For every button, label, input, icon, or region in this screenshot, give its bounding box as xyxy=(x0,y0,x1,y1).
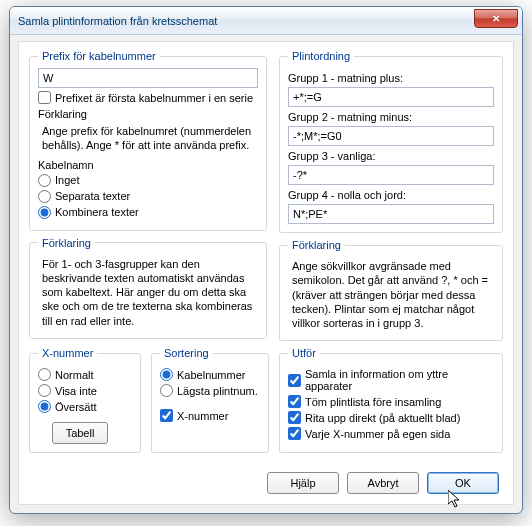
perform-ownpage-label: Varje X-nummer på egen sida xyxy=(305,428,450,440)
xnumber-normal[interactable]: Normalt xyxy=(38,368,132,381)
perform-legend: Utför xyxy=(288,347,320,359)
left-explain-legend: Förklaring xyxy=(38,237,95,249)
right-explain-legend: Förklaring xyxy=(288,239,345,251)
prefix-first-checkbox-input[interactable] xyxy=(38,91,51,104)
close-button[interactable]: ✕ xyxy=(474,9,518,28)
sort-xnumber-checkbox-input[interactable] xyxy=(160,409,173,422)
left-explain-text: För 1- och 3-fasgrupper kan den beskriva… xyxy=(38,255,258,330)
xnumber-translate[interactable]: Översätt xyxy=(38,400,132,413)
perform-empty[interactable]: Töm plintlista före insamling xyxy=(288,395,494,408)
order-g3-label: Grupp 3 - vanliga: xyxy=(288,150,494,162)
svg-marker-0 xyxy=(448,490,459,507)
perform-ownpage-input[interactable] xyxy=(288,427,301,440)
cablename-combine-input[interactable] xyxy=(38,206,51,219)
xnumber-hide[interactable]: Visa inte xyxy=(38,384,132,397)
dialog-buttons: Hjälp Avbryt OK xyxy=(267,472,499,494)
right-explain-group: Förklaring Ange sökvillkor avgränsade me… xyxy=(279,239,503,341)
perform-empty-label: Töm plintlista före insamling xyxy=(305,396,441,408)
prefix-explain-text: Ange prefix för kabelnumret (nummerdelen… xyxy=(38,122,258,155)
xnumber-group: X-nummer Normalt Visa inte Översätt Tabe… xyxy=(29,347,141,453)
sort-group: Sortering Kabelnummer Lägsta plintnum. X… xyxy=(151,347,269,453)
perform-collect[interactable]: Samla in information om yttre apparater xyxy=(288,368,494,392)
cablename-heading: Kabelnamn xyxy=(38,159,258,171)
xnumber-normal-input[interactable] xyxy=(38,368,51,381)
cablename-separate-input[interactable] xyxy=(38,190,51,203)
perform-ownpage[interactable]: Varje X-nummer på egen sida xyxy=(288,427,494,440)
perform-collect-label: Samla in information om yttre apparater xyxy=(305,368,494,392)
cursor-icon xyxy=(448,490,464,510)
perform-draw[interactable]: Rita upp direkt (på aktuellt blad) xyxy=(288,411,494,424)
cablename-separate[interactable]: Separata texter xyxy=(38,190,258,203)
sort-lowest-input[interactable] xyxy=(160,384,173,397)
order-g4-label: Grupp 4 - nolla och jord: xyxy=(288,189,494,201)
sort-legend: Sortering xyxy=(160,347,213,359)
help-button[interactable]: Hjälp xyxy=(267,472,339,494)
xnumber-normal-label: Normalt xyxy=(55,369,94,381)
order-g1-input[interactable] xyxy=(288,87,494,107)
prefix-explain-heading: Förklaring xyxy=(38,108,258,120)
perform-group: Utför Samla in information om yttre appa… xyxy=(279,347,503,453)
cablename-none[interactable]: Inget xyxy=(38,174,258,187)
cablename-combine[interactable]: Kombinera texter xyxy=(38,206,258,219)
sort-lowest-label: Lägsta plintnum. xyxy=(177,385,258,397)
prefix-input[interactable] xyxy=(38,68,258,88)
prefix-group: Prefix för kabelnummer Prefixet är först… xyxy=(29,50,267,231)
order-group: Plintordning Grupp 1 - matning plus: Gru… xyxy=(279,50,503,233)
sort-xnumber-checkbox[interactable]: X-nummer xyxy=(160,409,260,422)
prefix-legend: Prefix för kabelnummer xyxy=(38,50,160,62)
xnumber-hide-label: Visa inte xyxy=(55,385,97,397)
cablename-none-label: Inget xyxy=(55,174,79,186)
order-g2-label: Grupp 2 - matning minus: xyxy=(288,111,494,123)
sort-cablenumber-input[interactable] xyxy=(160,368,173,381)
order-g3-input[interactable] xyxy=(288,165,494,185)
sort-cablenumber[interactable]: Kabelnummer xyxy=(160,368,260,381)
dialog-window: Samla plintinformation från kretsschemat… xyxy=(9,6,523,514)
order-g1-label: Grupp 1 - matning plus: xyxy=(288,72,494,84)
ok-button[interactable]: OK xyxy=(427,472,499,494)
cablename-separate-label: Separata texter xyxy=(55,190,130,202)
cancel-button[interactable]: Avbryt xyxy=(347,472,419,494)
order-g4-input[interactable] xyxy=(288,204,494,224)
sort-lowest[interactable]: Lägsta plintnum. xyxy=(160,384,260,397)
titlebar: Samla plintinformation från kretsschemat… xyxy=(10,7,522,35)
perform-draw-label: Rita upp direkt (på aktuellt blad) xyxy=(305,412,460,424)
order-g2-input[interactable] xyxy=(288,126,494,146)
cablename-none-input[interactable] xyxy=(38,174,51,187)
table-button[interactable]: Tabell xyxy=(52,422,108,444)
window-title: Samla plintinformation från kretsschemat xyxy=(18,15,217,27)
left-explain-group: Förklaring För 1- och 3-fasgrupper kan d… xyxy=(29,237,267,339)
perform-draw-input[interactable] xyxy=(288,411,301,424)
perform-collect-input[interactable] xyxy=(288,374,301,387)
sort-xnumber-checkbox-label: X-nummer xyxy=(177,410,228,422)
perform-empty-input[interactable] xyxy=(288,395,301,408)
xnumber-legend: X-nummer xyxy=(38,347,97,359)
cablename-combine-label: Kombinera texter xyxy=(55,206,139,218)
sort-cablenumber-label: Kabelnummer xyxy=(177,369,245,381)
xnumber-translate-input[interactable] xyxy=(38,400,51,413)
order-legend: Plintordning xyxy=(288,50,354,62)
xnumber-hide-input[interactable] xyxy=(38,384,51,397)
xnumber-translate-label: Översätt xyxy=(55,401,97,413)
prefix-first-checkbox-label: Prefixet är första kabelnummer i en seri… xyxy=(55,92,253,104)
right-explain-text: Ange sökvillkor avgränsade med semikolon… xyxy=(288,257,494,332)
close-icon: ✕ xyxy=(492,13,500,24)
prefix-first-checkbox[interactable]: Prefixet är första kabelnummer i en seri… xyxy=(38,91,258,104)
